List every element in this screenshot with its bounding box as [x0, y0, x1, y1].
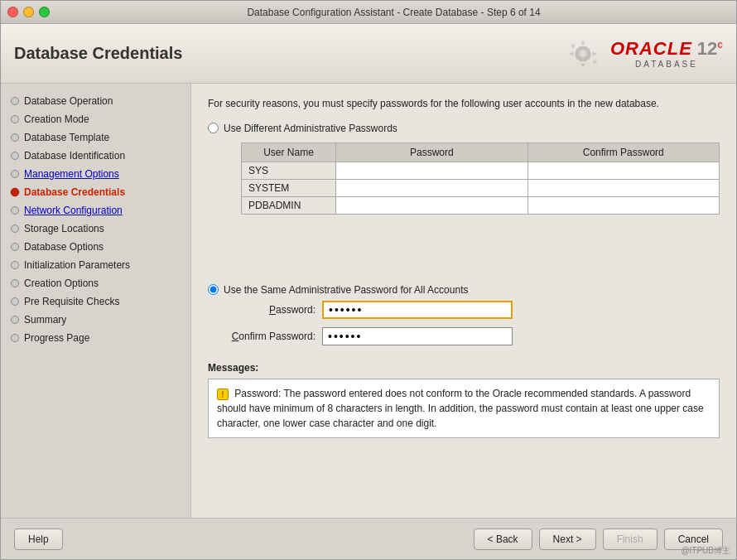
- radio-different-input[interactable]: [208, 123, 219, 133]
- messages-section: Messages: ! Password: The password enter…: [208, 362, 720, 438]
- oracle-logo: ORACLE 12c DATABASE: [562, 33, 723, 75]
- password-cell-system: [336, 179, 527, 196]
- minimize-button[interactable]: [23, 7, 34, 17]
- bullet-management-options: [11, 170, 19, 178]
- col-confirm: Confirm Password: [527, 142, 719, 162]
- sidebar-item-management-options[interactable]: Management Options: [1, 165, 190, 183]
- bullet-database-operation: [11, 97, 19, 105]
- bullet-storage-locations: [11, 224, 19, 233]
- username-sys: SYS: [242, 162, 336, 179]
- sidebar-item-pre-requisite-checks: Pre Requisite Checks: [1, 292, 190, 311]
- password-input-system[interactable]: [338, 181, 525, 196]
- sidebar-item-creation-options: Creation Options: [1, 274, 190, 292]
- table-row: SYSTEM: [242, 179, 720, 196]
- confirm-input-sys[interactable]: [530, 163, 717, 178]
- bullet-database-identification: [11, 152, 19, 160]
- messages-label: Messages:: [208, 362, 720, 374]
- sidebar-item-storage-locations: Storage Locations: [1, 220, 190, 238]
- confirm-cell-pdbadmin: [527, 196, 719, 214]
- close-button[interactable]: [7, 7, 18, 17]
- password-input-sys[interactable]: [338, 163, 525, 178]
- oracle-brand-text: ORACLE: [610, 38, 692, 60]
- main-window: Database Configuration Assistant - Creat…: [0, 0, 737, 560]
- bullet-creation-mode: [11, 115, 19, 123]
- page-title: Database Credentials: [14, 44, 182, 63]
- confirm-cell-system: [527, 179, 719, 196]
- bullet-summary: [11, 316, 19, 324]
- same-password-section: Use the Same Administrative Password for…: [208, 284, 720, 345]
- confirm-input-pdbadmin[interactable]: [530, 198, 717, 213]
- sidebar-item-database-credentials: Database Credentials: [1, 183, 190, 201]
- sidebar-item-database-identification: Database Identification: [1, 147, 190, 165]
- intro-text: For security reasons, you must specify p…: [208, 97, 720, 111]
- radio-same-input[interactable]: [208, 284, 219, 295]
- radio-same-label[interactable]: Use the Same Administrative Password for…: [208, 284, 720, 296]
- oracle-version: 12c: [697, 38, 723, 60]
- main-content: Database Operation Creation Mode Databas…: [1, 84, 736, 518]
- sidebar-item-database-template: Database Template: [1, 128, 190, 147]
- sidebar: Database Operation Creation Mode Databas…: [1, 84, 191, 518]
- svg-point-2: [580, 51, 586, 56]
- confirm-cell-sys: [527, 162, 719, 179]
- title-bar: Database Configuration Assistant - Creat…: [1, 1, 736, 24]
- user-table-container: User Name Password Confirm Password SYS: [224, 142, 720, 215]
- sidebar-item-database-options: Database Options: [1, 238, 190, 256]
- window-controls: [7, 7, 50, 17]
- bullet-pre-requisite-checks: [11, 297, 19, 306]
- bullet-progress-page: [11, 334, 19, 342]
- gear-icon: [562, 33, 604, 75]
- radio-same-text: Use the Same Administrative Password for…: [224, 284, 468, 296]
- confirm-password-row: Confirm Password:: [208, 327, 720, 345]
- oracle-database-label: DATABASE: [610, 60, 723, 69]
- table-row: PDBADMIN: [242, 196, 720, 214]
- username-system: SYSTEM: [242, 179, 336, 196]
- next-button[interactable]: Next >: [539, 529, 596, 550]
- col-password: Password: [336, 142, 527, 162]
- username-pdbadmin: PDBADMIN: [242, 196, 336, 214]
- same-password-input[interactable]: [322, 301, 513, 319]
- sidebar-item-progress-page: Progress Page: [1, 329, 190, 347]
- table-row: SYS: [242, 162, 720, 179]
- password-row: Password:: [208, 301, 720, 319]
- maximize-button[interactable]: [39, 7, 50, 17]
- spacer: [208, 226, 720, 276]
- warning-icon: !: [217, 389, 229, 400]
- sidebar-item-initialization-parameters: Initialization Parameters: [1, 256, 190, 274]
- bullet-initialization-parameters: [11, 261, 19, 269]
- sidebar-item-summary: Summary: [1, 311, 190, 329]
- same-confirm-input[interactable]: [322, 327, 513, 345]
- password-cell-pdbadmin: [336, 196, 527, 214]
- app-header: Database Credentials ORACLE: [1, 24, 736, 84]
- footer: Help < Back Next > Finish Cancel: [1, 518, 736, 559]
- messages-text: Password: The password entered does not …: [217, 388, 704, 429]
- password-input-pdbadmin[interactable]: [338, 198, 525, 213]
- help-button[interactable]: Help: [14, 529, 63, 550]
- bullet-database-options: [11, 243, 19, 251]
- col-username: User Name: [242, 142, 336, 162]
- watermark: @ITPUB博主: [681, 545, 730, 557]
- messages-box: ! Password: The password entered does no…: [208, 379, 720, 438]
- confirm-input-system[interactable]: [530, 181, 717, 196]
- bullet-database-credentials: [11, 188, 19, 196]
- finish-button[interactable]: Finish: [603, 529, 658, 550]
- sidebar-item-database-operation: Database Operation: [1, 92, 190, 110]
- radio-different-label[interactable]: Use Different Administrative Passwords: [208, 123, 720, 134]
- radio-different-text: Use Different Administrative Passwords: [224, 123, 397, 134]
- password-cell-sys: [336, 162, 527, 179]
- user-credentials-table: User Name Password Confirm Password SYS: [241, 142, 720, 215]
- password-label: Password:: [208, 304, 316, 316]
- bullet-database-template: [11, 133, 19, 142]
- confirm-password-label: Confirm Password:: [208, 331, 316, 342]
- sidebar-item-network-configuration[interactable]: Network Configuration: [1, 201, 190, 220]
- radio-different-group: Use Different Administrative Passwords: [208, 123, 720, 134]
- bullet-network-configuration: [11, 206, 19, 215]
- bullet-creation-options: [11, 279, 19, 287]
- content-area: For security reasons, you must specify p…: [191, 84, 736, 518]
- back-button[interactable]: < Back: [474, 529, 532, 550]
- sidebar-item-creation-mode: Creation Mode: [1, 110, 190, 128]
- window-title: Database Configuration Assistant - Creat…: [58, 7, 730, 18]
